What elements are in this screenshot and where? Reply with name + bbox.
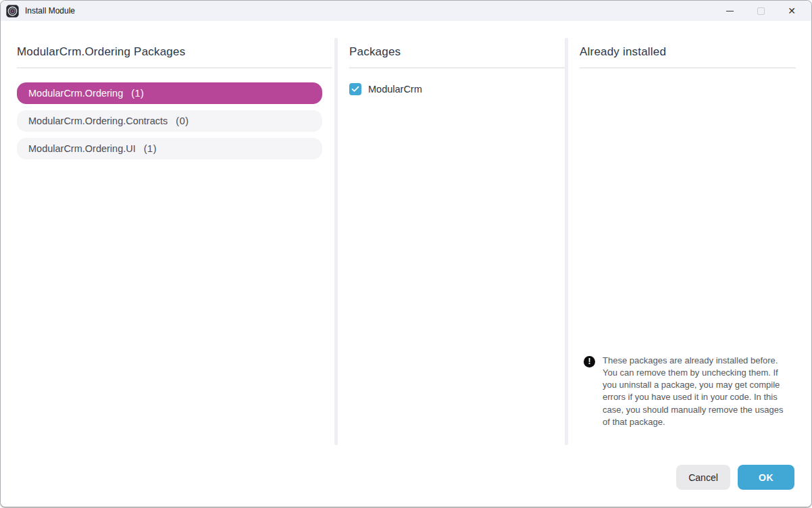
install-module-dialog: Install Module ✕ ModularCrm.Ordering Pac… — [0, 0, 812, 507]
package-count: (1) — [144, 143, 157, 154]
ok-button[interactable]: OK — [738, 465, 794, 490]
package-checkbox-row[interactable]: ModularCrm — [349, 83, 565, 95]
minimize-icon — [726, 11, 734, 11]
note-text: These packages are already installed bef… — [603, 355, 784, 428]
title-bar: Install Module ✕ — [1, 1, 811, 21]
app-logo-icon — [6, 5, 19, 18]
minimize-button[interactable] — [714, 1, 745, 21]
package-count: (0) — [176, 116, 188, 126]
already-installed-note: ! These packages are already installed b… — [584, 355, 786, 428]
modules-list: ModularCrm.Ordering (1) ModularCrm.Order… — [17, 82, 332, 159]
column-divider — [334, 38, 338, 445]
package-count: (1) — [131, 88, 144, 99]
packages-column-header: Packages — [349, 38, 565, 68]
packages-column: Packages ModularCrm — [349, 38, 565, 445]
close-button[interactable]: ✕ — [776, 1, 807, 21]
list-item-modularcrm-ordering-ui[interactable]: ModularCrm.Ordering.UI (1) — [17, 138, 322, 159]
checkbox-checked-icon[interactable] — [349, 83, 361, 95]
already-installed-column: Already installed ! These packages are a… — [580, 38, 796, 445]
list-item-modularcrm-ordering-contracts[interactable]: ModularCrm.Ordering.Contracts (0) — [17, 110, 322, 132]
maximize-icon — [757, 7, 765, 15]
modules-column: ModularCrm.Ordering Packages ModularCrm.… — [17, 38, 332, 445]
maximize-button[interactable] — [745, 1, 776, 21]
window-controls: ✕ — [714, 1, 811, 21]
modules-column-header: ModularCrm.Ordering Packages — [17, 38, 332, 68]
cancel-button[interactable]: Cancel — [676, 465, 730, 490]
package-checkbox-label: ModularCrm — [368, 84, 422, 95]
close-icon: ✕ — [788, 6, 796, 16]
window-title: Install Module — [25, 6, 714, 16]
exclamation-circle-icon: ! — [584, 356, 595, 367]
list-item-modularcrm-ordering[interactable]: ModularCrm.Ordering (1) — [17, 82, 322, 104]
dialog-footer: Cancel OK — [676, 465, 794, 490]
package-name: ModularCrm.Ordering — [28, 88, 123, 99]
package-name: ModularCrm.Ordering.UI — [28, 143, 136, 154]
column-divider — [565, 38, 568, 445]
package-name: ModularCrm.Ordering.Contracts — [28, 116, 168, 126]
already-installed-header: Already installed — [580, 38, 796, 68]
checkmark-icon — [351, 86, 359, 93]
dialog-content: ModularCrm.Ordering Packages ModularCrm.… — [1, 21, 811, 507]
